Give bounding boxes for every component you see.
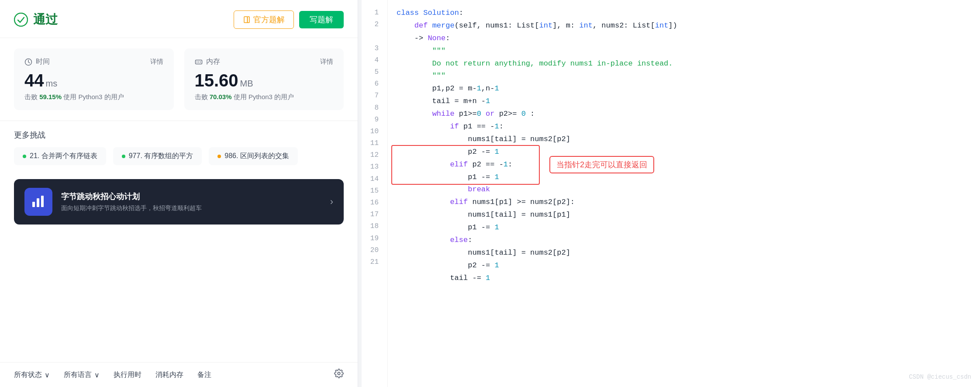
time-stat-card: 时间 详情 44ms 击败 59.15% 使用 Python3 的用户 <box>14 48 174 110</box>
challenge-item-1[interactable]: 21. 合并两个有序链表 <box>14 147 106 165</box>
time-beat: 击败 59.15% 使用 Python3 的用户 <box>24 93 163 101</box>
dot-green-icon <box>23 155 26 158</box>
svg-rect-9 <box>37 198 39 207</box>
code-line-11: p2 -= 1 <box>397 146 980 159</box>
passed-text: 通过 <box>33 11 58 28</box>
filter-status[interactable]: 所有状态 ∨ <box>14 370 50 380</box>
official-solution-button[interactable]: 官方题解 <box>234 10 294 29</box>
code-line-2b: -> None: <box>397 32 980 45</box>
csdn-watermark: CSDN @ciecus_csdn <box>909 372 971 382</box>
code-line-14: break <box>397 183 980 196</box>
line-numbers: 1 2 3 4 5 6 7 8 9 10 11 12 13 14 15 16 1… <box>362 0 388 387</box>
dot-green-icon-2 <box>122 155 125 158</box>
result-header: 通过 官方题解 写题解 <box>0 0 358 38</box>
header-buttons: 官方题解 写题解 <box>234 10 344 29</box>
memory-beat: 击败 70.03% 使用 Python3 的用户 <box>195 93 334 101</box>
code-line-19: nums1[tail] = nums2[p2] <box>397 247 980 259</box>
svg-point-0 <box>14 13 28 26</box>
code-line-7: tail = m+n -1 <box>397 95 980 108</box>
clock-icon <box>24 58 32 66</box>
code-line-3: """ <box>397 45 980 58</box>
panel-divider <box>358 0 362 387</box>
result-passed: 通过 <box>14 11 58 28</box>
time-label-left: 时间 <box>24 57 50 66</box>
filter-lang[interactable]: 所有语言 ∨ <box>64 370 100 380</box>
code-line-4: Do not return anything, modify nums1 in-… <box>397 58 980 70</box>
memory-detail[interactable]: 详情 <box>320 58 333 66</box>
code-lines: 当指针2走完可以直接返回 class Solution: def merge(s… <box>388 0 980 387</box>
code-line-12: elif p2 == -1: <box>397 159 980 171</box>
code-line-5: """ <box>397 70 980 83</box>
promo-text: 字节跳动秋招心动计划 面向短期冲刺字节跳动秋招选手，秋招弯道顺利超车 <box>61 191 321 212</box>
code-line-2: def merge(self, nums1: List[int], m: int… <box>397 20 980 32</box>
time-value: 44ms <box>24 71 163 90</box>
memory-icon <box>195 58 203 66</box>
filter-note: 备注 <box>197 370 211 380</box>
book-icon <box>243 16 251 24</box>
code-line-13: p1 -= 1 <box>397 171 980 184</box>
dot-orange-icon <box>217 155 221 158</box>
code-line-6: p1,p2 = m-1,n-1 <box>397 83 980 95</box>
promo-title: 字节跳动秋招心动计划 <box>61 191 321 202</box>
code-line-15: elif nums1[p1] >= nums2[p2]: <box>397 196 980 209</box>
promo-arrow-icon: › <box>330 196 333 207</box>
memory-stat-card: 内存 详情 15.60MB 击败 70.03% 使用 Python3 的用户 <box>184 48 344 110</box>
chevron-down-icon: ∨ <box>45 371 50 379</box>
code-line-16: nums1[tail] = nums1[p1] <box>397 209 980 221</box>
code-line-17: p1 -= 1 <box>397 221 980 234</box>
code-line-10: nums1[tail] = nums2[p2] <box>397 133 980 146</box>
filter-bar: 所有状态 ∨ 所有语言 ∨ 执行用时 消耗内存 备注 <box>0 362 358 387</box>
memory-label-left: 内存 <box>195 57 220 66</box>
settings-gear-button[interactable] <box>334 369 344 381</box>
time-label-row: 时间 详情 <box>24 57 163 66</box>
svg-rect-1 <box>244 17 248 23</box>
write-solution-button[interactable]: 写题解 <box>299 11 344 28</box>
check-circle-icon <box>14 13 28 27</box>
filter-memory: 消耗内存 <box>155 370 183 380</box>
code-content: 1 2 3 4 5 6 7 8 9 10 11 12 13 14 15 16 1… <box>362 0 980 387</box>
code-line-20: p2 -= 1 <box>397 259 980 272</box>
code-line-8: while p1>=0 or p2>= 0 : <box>397 108 980 121</box>
code-line-1: class Solution: <box>397 7 980 20</box>
promo-icon <box>24 188 52 216</box>
gear-icon <box>334 369 344 378</box>
filter-time: 执行用时 <box>114 370 141 380</box>
challenge-item-2[interactable]: 977. 有序数组的平方 <box>113 147 202 165</box>
challenge-list: 21. 合并两个有序链表 977. 有序数组的平方 986. 区间列表的交集 <box>14 147 344 165</box>
chart-icon <box>31 194 46 210</box>
more-challenges-section: 更多挑战 21. 合并两个有序链表 977. 有序数组的平方 986. 区间列表… <box>0 121 358 172</box>
svg-rect-8 <box>32 202 35 207</box>
time-detail[interactable]: 详情 <box>150 58 163 66</box>
svg-rect-10 <box>41 196 44 207</box>
code-editor: 1 2 3 4 5 6 7 8 9 10 11 12 13 14 15 16 1… <box>362 0 980 387</box>
right-panel: 1 2 3 4 5 6 7 8 9 10 11 12 13 14 15 16 1… <box>362 0 980 387</box>
promo-card[interactable]: 字节跳动秋招心动计划 面向短期冲刺字节跳动秋招选手，秋招弯道顺利超车 › <box>14 179 344 225</box>
svg-rect-2 <box>248 17 250 23</box>
left-panel: 通过 官方题解 写题解 <box>0 0 358 387</box>
more-challenges-title: 更多挑战 <box>14 130 344 140</box>
code-line-18: else: <box>397 234 980 247</box>
code-line-21: tail -= 1 <box>397 272 980 285</box>
challenge-item-3[interactable]: 986. 区间列表的交集 <box>209 147 298 165</box>
annotation-bubble: 当指针2走完可以直接返回 <box>549 156 654 174</box>
promo-desc: 面向短期冲刺字节跳动秋招选手，秋招弯道顺利超车 <box>61 204 321 212</box>
svg-point-11 <box>338 372 340 375</box>
memory-value: 15.60MB <box>195 71 334 90</box>
stats-section: 时间 详情 44ms 击败 59.15% 使用 Python3 的用户 <box>0 38 358 121</box>
memory-label-row: 内存 详情 <box>195 57 334 66</box>
chevron-down-icon-2: ∨ <box>94 371 100 379</box>
code-line-9: if p1 == -1: <box>397 121 980 133</box>
